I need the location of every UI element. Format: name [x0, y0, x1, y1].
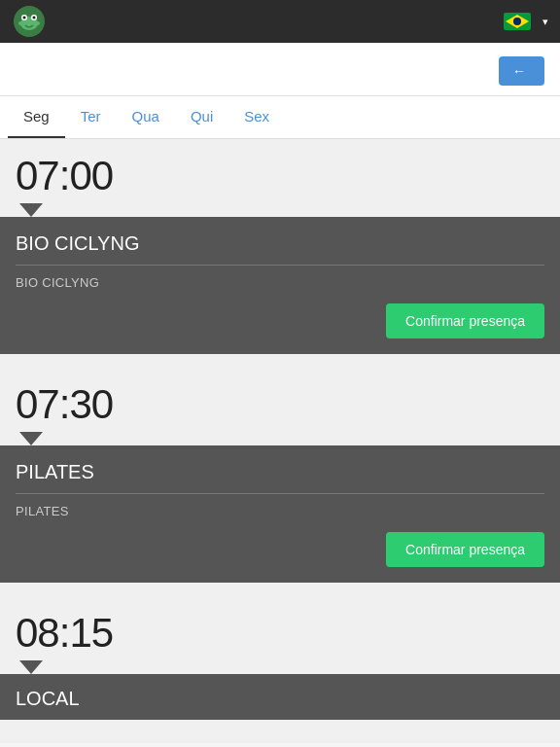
olympus-logo — [12, 4, 47, 39]
chevron-down-icon: ▾ — [542, 16, 548, 28]
class-card-partial-title-2: LOCAL — [16, 688, 544, 710]
tab-qua[interactable]: Qua — [117, 96, 175, 138]
time-label-1: 07:30 — [0, 368, 560, 432]
svg-point-4 — [23, 17, 26, 19]
spacer-1 — [0, 583, 560, 596]
tab-seg[interactable]: Seg — [8, 96, 65, 138]
back-button[interactable]: ← — [499, 56, 544, 86]
class-card-0: BIO CICLYNGBIO CICLYNGConfirmar presença — [0, 217, 560, 354]
class-title-0: BIO CICLYNG — [16, 232, 544, 266]
tab-qui[interactable]: Qui — [175, 96, 228, 138]
logo-area — [12, 4, 47, 39]
spacer-0 — [0, 354, 560, 368]
card-footer-1: PILATESConfirmar presença — [16, 504, 544, 567]
brazil-flag-icon — [504, 13, 531, 30]
time-arrow-1 — [19, 432, 43, 445]
tab-sex[interactable]: Sex — [228, 96, 285, 138]
class-card-partial-2: LOCAL — [0, 674, 560, 720]
svg-point-5 — [33, 17, 36, 19]
svg-point-7 — [34, 21, 40, 25]
time-arrow-2 — [19, 660, 43, 674]
time-label-0: 07:00 — [0, 139, 560, 203]
card-footer-0: BIO CICLYNGConfirmar presença — [16, 275, 544, 338]
back-arrow-icon: ← — [512, 63, 526, 79]
time-arrow-0 — [19, 203, 43, 217]
confirm-button-1[interactable]: Confirmar presença — [386, 532, 544, 567]
time-label-2: 08:15 — [0, 596, 560, 660]
class-card-1: PILATESPILATESConfirmar presença — [0, 445, 560, 583]
confirm-button-0[interactable]: Confirmar presença — [386, 303, 544, 338]
day-tabs: SegTerQuaQuiSex — [0, 96, 560, 139]
svg-point-10 — [513, 18, 521, 25]
page-header: ← — [0, 43, 560, 96]
class-title-1: PILATES — [16, 461, 544, 494]
class-subtitle-1: PILATES — [16, 504, 544, 518]
class-subtitle-0: BIO CICLYNG — [16, 275, 544, 290]
tab-ter[interactable]: Ter — [65, 96, 117, 138]
navbar: ▾ — [0, 0, 560, 43]
schedule-content: 07:00BIO CICLYNGBIO CICLYNGConfirmar pre… — [0, 139, 560, 743]
svg-point-6 — [18, 21, 24, 25]
language-selector[interactable]: ▾ — [504, 13, 548, 30]
